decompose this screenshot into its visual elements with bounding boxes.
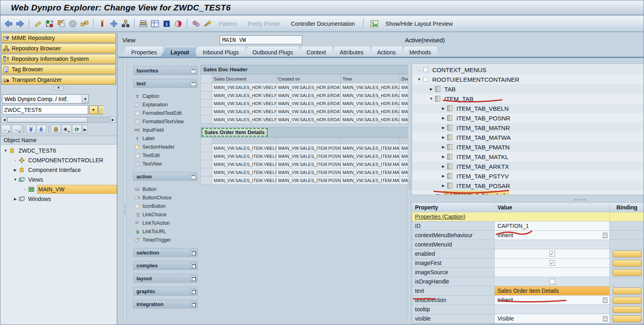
spiral-icon[interactable] [68, 19, 78, 29]
sales-item-table[interactable]: MAIN_VW.SALES_ITEM.VBELNMAIN_VW.SALES_IT… [200, 137, 409, 184]
scroll-left-icon[interactable]: ◀ [1, 117, 7, 123]
info-icon[interactable]: i [162, 19, 171, 29]
tab-inbound-plugs[interactable]: Inbound Plugs [192, 47, 246, 57]
property-value[interactable]: Visible [495, 314, 610, 323]
copy-icon[interactable] [56, 19, 66, 29]
sales-doc-header-caption[interactable]: Sales Doc Header [200, 65, 409, 74]
refresh-tree-button[interactable]: ⟳ [72, 125, 82, 134]
object-tree-node-componentcontroller[interactable]: ·COMPONENTCONTROLLER [0, 155, 117, 165]
expand-section-icon[interactable] [191, 276, 196, 281]
expander-open-icon[interactable]: ▼ [3, 149, 8, 153]
forward-icon[interactable] [15, 19, 25, 29]
binding-button[interactable] [613, 288, 642, 294]
object-name-input[interactable] [2, 105, 88, 114]
show-hide-layout-preview-button[interactable]: Show/Hide Layout Preview [368, 19, 458, 29]
ui-tree-node-item-tab[interactable]: ▼ITEM_TAB [412, 94, 644, 104]
tab-outbound-plugs[interactable]: Outbound Plugs [242, 47, 300, 57]
expander-closed-icon[interactable]: ▶ [12, 197, 18, 201]
row-selector[interactable] [201, 144, 212, 152]
value-help-icon[interactable] [603, 233, 607, 238]
palette-item-explanation[interactable]: ?Explanation [133, 100, 198, 109]
expand-section-icon[interactable] [191, 263, 196, 268]
stack-icon[interactable] [138, 19, 148, 29]
object-tree-node-zwdc-test6[interactable]: ▼ZWDC_TEST6 [0, 146, 117, 155]
column-header-sales-document[interactable]: Sales Document [212, 75, 277, 83]
property-column-header[interactable]: Property [412, 203, 495, 212]
ui-tree-node-rootuielementcontainer[interactable]: ▼ROOTUIELEMENTCONTAINER [412, 75, 644, 84]
refresh-objects-icon[interactable] [45, 19, 54, 29]
palette-item-timedtrigger[interactable]: TimedTrigger [133, 236, 198, 244]
back-icon[interactable] [4, 19, 13, 29]
activate-icon[interactable] [97, 19, 107, 29]
scrollbar-thumb[interactable] [7, 117, 87, 122]
value-help-icon[interactable] [603, 316, 607, 321]
expander-closed-icon[interactable]: ▶ [440, 184, 446, 188]
ui-tree-node-item-tab-posar[interactable]: ▶ITEM_TAB_POSAR [412, 181, 644, 190]
row-selector[interactable] [201, 176, 212, 184]
property-value[interactable] [495, 277, 610, 286]
row-selector[interactable] [201, 160, 212, 168]
ui-tree-node-caption-1[interactable]: ·TCAPTION_1[Header] [412, 190, 644, 195]
property-column-header[interactable]: Value [495, 203, 610, 212]
sidebar-item-transport-organizer[interactable]: Transport Organizer [1, 75, 116, 85]
object-dropdown-button[interactable]: ▼ [89, 106, 98, 114]
collapse-nav-button[interactable]: ▼ [54, 86, 64, 91]
collapse-all-button[interactable]: ≪ [37, 125, 46, 134]
expander-closed-icon[interactable]: ▶ [440, 145, 446, 149]
property-value[interactable]: Inherit [495, 296, 610, 304]
object-category-select[interactable]: Web Dynpro Comp. / Intf. ▼ [2, 94, 89, 104]
binding-button[interactable] [613, 297, 642, 304]
expand-section-icon[interactable] [191, 250, 196, 255]
binding-button[interactable] [613, 260, 642, 267]
expander-closed-icon[interactable]: ▶ [440, 106, 446, 110]
palette-splitter[interactable] [123, 58, 126, 325]
palette-section-integration[interactable]: integration [133, 300, 198, 308]
value-help-icon[interactable] [603, 298, 607, 303]
expander-closed-icon[interactable]: ▶ [428, 87, 434, 91]
expand-section-icon[interactable] [191, 289, 196, 294]
property-value[interactable] [495, 268, 610, 277]
expand-all-button[interactable]: ≪ [26, 125, 36, 134]
pattern-button[interactable]: Pattern [215, 21, 241, 27]
column-header-created-on[interactable]: Created on [277, 75, 341, 83]
expander-closed-icon[interactable]: ▶ [12, 168, 18, 172]
property-value[interactable] [495, 240, 610, 249]
tree-splitter[interactable] [408, 64, 411, 325]
object-tree-node-views[interactable]: ▼Views [0, 175, 117, 184]
expander-open-icon[interactable]: ▼ [416, 77, 422, 81]
ui-tree-node-item-tab-posnr[interactable]: ▶ITEM_TAB_POSNR [412, 113, 644, 123]
palette-item-buttonchoice[interactable]: ButtonChoice [133, 193, 198, 202]
hierarchy-up-button[interactable]: 품 [51, 125, 61, 134]
table-view-icon[interactable] [150, 19, 160, 29]
binding-button[interactable] [613, 250, 642, 257]
navigate-icon[interactable] [109, 19, 119, 29]
row-selector[interactable] [201, 83, 212, 91]
object-tree-node-component-interface[interactable]: ▶Component Interface [0, 165, 117, 175]
palette-item-formattedtextedit[interactable]: FormattedTextEdit [133, 109, 198, 117]
sales-doc-header-table[interactable]: Sales DocumentCreated onTimeDocuMAIN_VW.… [200, 74, 409, 124]
row-selector[interactable] [201, 108, 212, 116]
palette-item-linkchoice[interactable]: xyzLinkChoice [133, 210, 198, 219]
sidebar-item-mime-repository[interactable]: MIME Repository [1, 33, 116, 43]
sidebar-item-tag-browser[interactable]: Tag Browser [1, 64, 116, 74]
binding-button[interactable] [613, 306, 642, 313]
tab-context[interactable]: Context [296, 47, 333, 57]
palette-item-linktourl[interactable]: xyzLinkToURL [133, 227, 198, 236]
edit-pencil-icon[interactable] [33, 19, 43, 29]
tab-methods[interactable]: Methods [399, 47, 438, 57]
wizard-icon[interactable] [203, 19, 213, 29]
object-tree-node-windows[interactable]: ▶Windows [0, 194, 117, 204]
palette-item-sectionheader[interactable]: SectionHeader [133, 143, 198, 151]
palette-section-graphic[interactable]: graphic [133, 287, 198, 296]
sidebar-item-repository-information-system[interactable]: Repository Information System [1, 54, 116, 64]
history-back-button[interactable]: ←▾ [1, 125, 11, 134]
property-group-row[interactable]: Properties (Caption) [412, 212, 644, 221]
ui-tree-node-item-tab-matwa[interactable]: ▶ITEM_TAB_MATWA [412, 132, 644, 142]
palette-item-caption[interactable]: TCaption [133, 92, 198, 100]
sidebar-hscrollbar[interactable]: ◀ ▶ [1, 117, 116, 123]
where-used-icon[interactable] [191, 19, 201, 29]
tab-attributes[interactable]: Attributes [329, 47, 371, 57]
binding-button[interactable] [613, 315, 642, 322]
view-name-input[interactable] [220, 35, 302, 44]
ui-tree-node-item-tab-vbeln[interactable]: ▶ITEM_TAB_VBELN [412, 104, 644, 113]
